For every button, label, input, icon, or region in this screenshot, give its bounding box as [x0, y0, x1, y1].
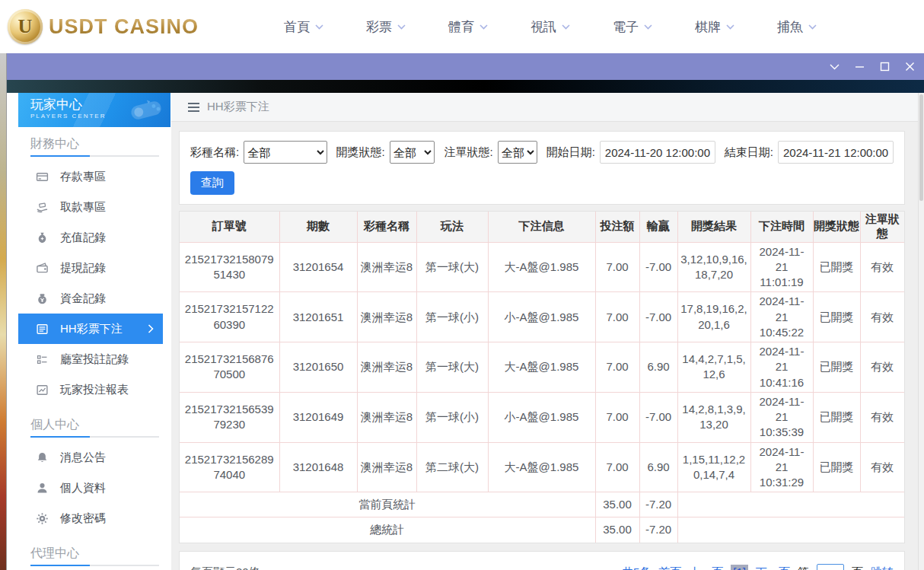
col-lottery-name: 彩種名稱 — [357, 212, 416, 242]
draw-status-select[interactable]: 全部 — [390, 141, 435, 164]
summary-bet-total: 35.00 — [595, 492, 639, 517]
cell-bet-amount: 7.00 — [595, 292, 639, 342]
nav-label: 視訊 — [531, 18, 556, 36]
nav-item-cards[interactable]: 棋牌 — [695, 18, 734, 36]
sidebar-item-player-bet-report[interactable]: 玩家投注報表 — [18, 374, 163, 405]
sidebar-item-hh-lottery-bets[interactable]: HH彩票下注 — [18, 314, 163, 344]
nav-item-fishing[interactable]: 捕魚 — [777, 18, 817, 36]
minimize-icon — [855, 62, 865, 72]
sidebar-header: 玩家中心 PLAYERS CENTER — [18, 93, 170, 127]
cell-order-id: 2152173215687670500 — [180, 342, 279, 393]
summary-empty — [677, 492, 904, 517]
nav-label: 棋牌 — [695, 18, 721, 36]
nav-label: 電子 — [613, 18, 639, 36]
cell-draw-status: 已開獎 — [813, 442, 860, 492]
bets-table-panel: 訂單號 期數 彩種名稱 玩法 下注信息 投注額 輸贏 開獎結果 下注時間 開 — [179, 211, 905, 543]
cell-bet-info: 大-A盤@1.985 — [488, 342, 595, 393]
window-banner — [7, 80, 924, 93]
money-bag-icon — [36, 231, 49, 244]
cell-order-status: 有效 — [860, 342, 904, 393]
col-order-status: 注單狀態 — [860, 212, 904, 242]
table-row: 2152173215653979230 31201649 澳洲幸运8 第一球(小… — [180, 392, 904, 442]
cell-lottery-name: 澳洲幸运8 — [357, 342, 416, 393]
checklist-icon — [36, 353, 49, 366]
sidebar-item-label: 充值記錄 — [60, 231, 106, 245]
cell-bet-amount: 7.00 — [595, 442, 639, 492]
nav-item-sports[interactable]: 體育 — [448, 18, 488, 36]
section-underline — [30, 436, 159, 438]
cell-bet-time: 2024-11-21 11:01:19 — [750, 242, 813, 292]
cell-order-id: 2152173215653979230 — [180, 392, 279, 442]
jump-suffix-label: 页 — [852, 565, 863, 570]
nav-item-live[interactable]: 視訊 — [531, 18, 570, 36]
collapse-button[interactable] — [829, 62, 840, 72]
col-order-id: 訂單號 — [180, 212, 279, 242]
chevron-right-icon — [148, 324, 154, 333]
grand-summary-row: 總統計 35.00 -7.20 — [180, 517, 904, 543]
sidebar-item-announcements[interactable]: 消息公告 — [18, 442, 163, 473]
nav-item-slots[interactable]: 電子 — [613, 18, 652, 36]
cell-play-type: 第二球(大) — [416, 442, 488, 492]
minimize-button[interactable] — [854, 62, 865, 72]
sidebar-item-funds-record[interactable]: 資金記錄 — [18, 283, 163, 314]
sidebar-item-withdraw[interactable]: 取款專區 — [18, 192, 163, 222]
section-personal-heading: 個人中心 — [30, 417, 171, 433]
cell-win-loss: 6.90 — [639, 342, 677, 393]
sidebar-item-recharge-record[interactable]: 充值記錄 — [18, 222, 163, 253]
sidebar-item-label: 玩家投注報表 — [60, 383, 129, 397]
cell-win-loss: -7.00 — [639, 392, 677, 442]
scrollbar-thumb[interactable] — [919, 94, 923, 201]
cell-lottery-name: 澳洲幸运8 — [357, 242, 416, 292]
bet-list-icon — [36, 323, 49, 336]
maximize-button[interactable] — [879, 62, 890, 72]
next-page-link[interactable]: 下一页 — [756, 565, 790, 570]
prev-page-link[interactable]: 上一页 — [689, 565, 723, 570]
cell-bet-amount: 7.00 — [595, 392, 639, 442]
sidebar-item-change-password[interactable]: 修改密碼 — [18, 503, 163, 533]
cell-bet-info: 大-A盤@1.985 — [488, 242, 595, 292]
nav-item-lottery[interactable]: 彩票 — [366, 18, 406, 36]
page-size-text: 每頁顯示20條 — [190, 565, 260, 570]
sidebar-item-deposit[interactable]: 存款專區 — [18, 161, 163, 192]
order-status-select[interactable]: 全部 — [498, 141, 537, 164]
gear-icon — [36, 512, 49, 525]
draw-status-label: 開獎狀態: — [336, 145, 385, 160]
close-button[interactable] — [904, 62, 915, 72]
lottery-name-label: 彩種名稱: — [190, 145, 239, 160]
wallet-icon — [36, 262, 49, 275]
start-date-input[interactable] — [600, 141, 715, 164]
nav-item-home[interactable]: 首頁 — [284, 18, 323, 36]
cell-period: 31201654 — [279, 242, 357, 292]
sidebar-item-label: 提現記錄 — [60, 261, 106, 275]
cell-bet-time: 2024-11-21 10:41:16 — [750, 342, 813, 393]
logo-coin-icon: U — [8, 9, 43, 44]
cell-play-type: 第一球(小) — [416, 292, 488, 342]
cell-bet-time: 2024-11-21 10:35:39 — [750, 392, 813, 442]
table-row: 2152173215628974040 31201648 澳洲幸运8 第二球(大… — [180, 442, 904, 492]
jump-button[interactable]: 跳转 — [871, 565, 894, 570]
end-date-input[interactable] — [778, 141, 894, 164]
logo-text: USDT CASINO — [49, 15, 199, 39]
cell-order-id: 2152173215712260390 — [180, 292, 279, 342]
filter-row: 彩種名稱: 全部 開獎狀態: 全部 注單狀態: 全部 — [190, 141, 894, 164]
chevron-down-icon — [726, 24, 734, 30]
site-header: U USDT CASINO 首頁 彩票 體育 視訊 電子 — [0, 0, 924, 53]
coin-purse-icon — [36, 292, 49, 305]
main-content: HH彩票下注 彩種名稱: 全部 開獎狀態: 全部 — [171, 93, 918, 570]
order-status-label: 注單狀態: — [444, 145, 492, 160]
sidebar-item-cashout-record[interactable]: 提現記錄 — [18, 253, 163, 283]
sidebar-item-room-bet-record[interactable]: 廳室投註記錄 — [18, 344, 163, 374]
site-logo[interactable]: U USDT CASINO — [8, 9, 199, 44]
query-button[interactable]: 查詢 — [190, 171, 234, 195]
menu-icon[interactable] — [188, 103, 199, 112]
lottery-name-select[interactable]: 全部 — [244, 141, 327, 164]
cell-bet-time: 2024-11-21 10:31:29 — [750, 442, 813, 492]
cell-play-type: 第一球(小) — [416, 392, 488, 442]
sidebar-item-profile[interactable]: 個人資料 — [18, 473, 163, 503]
section-finance-heading: 財務中心 — [30, 136, 171, 152]
sidebar-item-label: 存款專區 — [60, 170, 106, 184]
window-scrollbar[interactable] — [918, 93, 924, 570]
first-page-link[interactable]: 首页 — [658, 565, 681, 570]
cell-order-status: 有效 — [860, 292, 904, 342]
jump-page-input[interactable] — [817, 564, 844, 570]
